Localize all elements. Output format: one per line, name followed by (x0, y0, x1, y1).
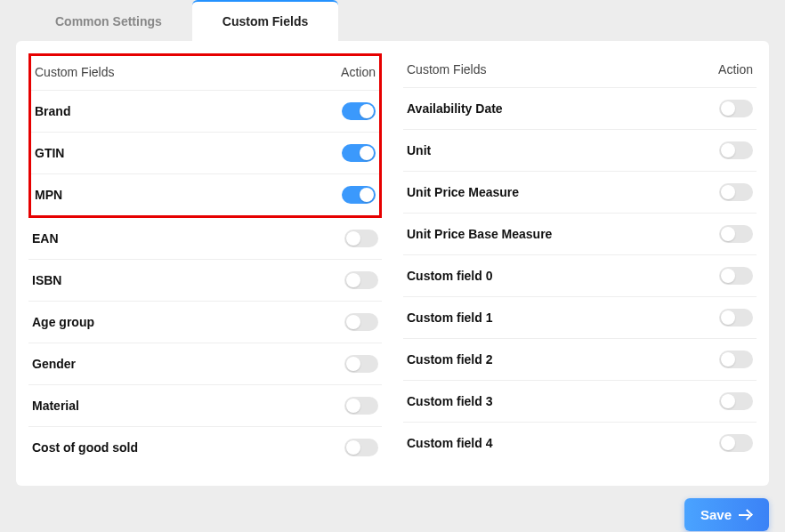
toggle-switch[interactable] (719, 225, 753, 243)
header-action-label: Action (341, 65, 376, 79)
toggle-switch[interactable] (344, 271, 378, 289)
header-action-label: Action (718, 62, 753, 77)
field-row: Gender (28, 343, 382, 385)
toggle-switch[interactable] (719, 351, 753, 368)
toggle-switch[interactable] (719, 183, 753, 201)
field-row: Custom field 3 (403, 381, 757, 423)
field-label: MPN (35, 188, 62, 202)
left-column: Custom FieldsActionBrandGTINMPNEANISBNAg… (28, 53, 382, 468)
field-label: Unit Price Measure (407, 185, 519, 199)
right-column: Custom FieldsActionAvailability DateUnit… (403, 53, 757, 468)
field-row: Availability Date (403, 88, 757, 130)
save-button-label: Save (700, 507, 732, 522)
field-label: Gender (32, 357, 76, 371)
toggle-switch[interactable] (344, 230, 378, 247)
field-label: GTIN (35, 146, 64, 160)
column-header: Custom FieldsAction (403, 53, 757, 88)
field-label: Material (32, 399, 79, 413)
field-label: Brand (35, 104, 70, 118)
field-label: Custom field 2 (407, 352, 492, 367)
tab-label: Common Settings (55, 14, 162, 28)
field-row: Age group (28, 302, 382, 343)
field-label: ISBN (32, 273, 61, 287)
field-label: Cost of good sold (32, 440, 138, 455)
field-row: Custom field 2 (403, 339, 757, 381)
toggle-switch[interactable] (719, 100, 753, 117)
toggle-switch[interactable] (342, 102, 376, 120)
toggle-switch[interactable] (719, 267, 753, 285)
panel-custom-fields: Custom FieldsActionBrandGTINMPNEANISBNAg… (16, 41, 769, 486)
toggle-switch[interactable] (344, 397, 378, 415)
toggle-switch[interactable] (344, 439, 378, 456)
field-label: Custom field 3 (407, 394, 492, 408)
toggle-switch[interactable] (344, 313, 378, 331)
field-label: Unit Price Base Measure (407, 227, 552, 241)
save-button[interactable]: Save (684, 498, 769, 531)
tabs: Common Settings Custom Fields (16, 0, 769, 41)
field-row: Custom field 0 (403, 255, 757, 297)
field-label: Custom field 0 (407, 269, 492, 283)
highlight-box: Custom FieldsActionBrandGTINMPN (28, 53, 382, 218)
toggle-switch[interactable] (719, 434, 753, 452)
field-label: Availability Date (407, 101, 503, 116)
toggle-switch[interactable] (719, 392, 753, 410)
toggle-switch[interactable] (344, 355, 378, 373)
field-row: MPN (31, 174, 379, 215)
toggle-switch[interactable] (719, 141, 753, 159)
field-row: Custom field 1 (403, 297, 757, 339)
field-row: Unit (403, 130, 757, 172)
field-label: Age group (32, 315, 94, 329)
header-fields-label: Custom Fields (35, 65, 114, 79)
field-label: Custom field 1 (407, 310, 492, 325)
field-row: Material (28, 385, 382, 427)
tab-custom-fields[interactable]: Custom Fields (192, 0, 338, 41)
field-label: EAN (32, 231, 59, 246)
field-row: ISBN (28, 260, 382, 302)
tab-label: Custom Fields (223, 14, 308, 28)
column-header: Custom FieldsAction (31, 56, 379, 91)
field-row: Unit Price Measure (403, 172, 757, 214)
tab-common-settings[interactable]: Common Settings (25, 2, 192, 41)
toggle-switch[interactable] (719, 309, 753, 326)
field-label: Custom field 4 (407, 436, 492, 450)
field-row: Unit Price Base Measure (403, 214, 757, 255)
field-row: Cost of good sold (28, 427, 382, 468)
header-fields-label: Custom Fields (407, 62, 486, 77)
field-row: Brand (31, 91, 379, 133)
toggle-switch[interactable] (342, 186, 376, 204)
toggle-switch[interactable] (342, 144, 376, 162)
field-row: GTIN (31, 133, 379, 174)
field-row: Custom field 4 (403, 423, 757, 463)
field-row: EAN (28, 218, 382, 260)
arrow-right-icon (739, 510, 753, 520)
field-label: Unit (407, 143, 431, 157)
